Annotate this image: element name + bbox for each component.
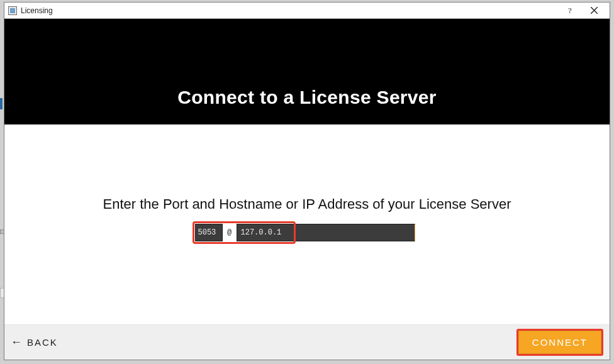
licensing-dialog: Licensing ? Connect to a License Server …: [4, 2, 610, 360]
titlebar: Licensing ?: [4, 3, 610, 19]
window-title: Licensing: [21, 6, 53, 15]
at-separator: @: [223, 224, 237, 241]
help-button[interactable]: ?: [559, 3, 581, 18]
content-area: Enter the Port and Hostname or IP Addres…: [4, 124, 610, 324]
port-input[interactable]: [195, 224, 223, 241]
host-input[interactable]: [237, 224, 415, 241]
titlebar-left: Licensing: [8, 6, 53, 15]
titlebar-controls: ?: [559, 3, 607, 18]
back-label: BACK: [27, 337, 58, 348]
app-icon: [8, 6, 17, 15]
server-input-row: @: [195, 224, 420, 241]
footer-bar: ← BACK CONNECT: [4, 324, 610, 360]
instruction-text: Enter the Port and Hostname or IP Addres…: [103, 196, 511, 212]
background-fragment: [0, 98, 3, 109]
highlight-annotation: CONNECT: [516, 329, 603, 356]
page-title: Connect to a License Server: [177, 87, 437, 108]
back-button[interactable]: ← BACK: [11, 336, 58, 349]
close-button[interactable]: [581, 3, 607, 18]
connect-button[interactable]: CONNECT: [518, 331, 601, 354]
header-banner: Connect to a License Server: [4, 19, 610, 124]
close-icon: [591, 7, 598, 14]
arrow-left-icon: ←: [11, 336, 23, 349]
